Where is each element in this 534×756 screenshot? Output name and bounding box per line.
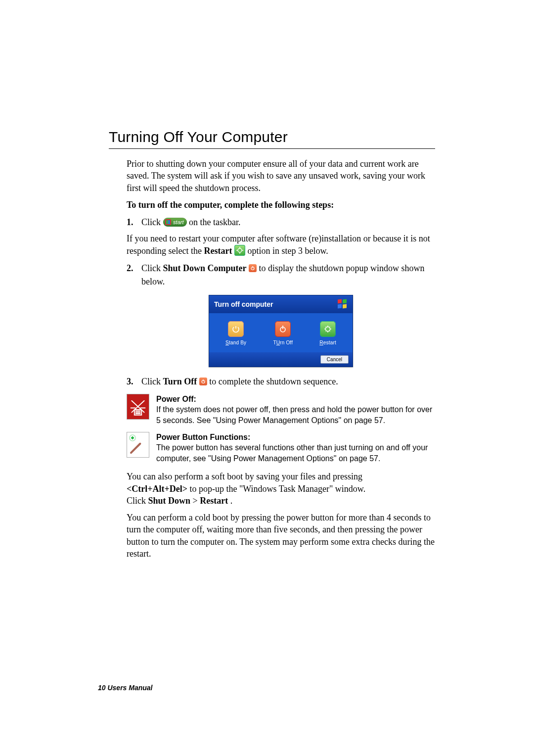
svg-point-5 bbox=[326, 327, 330, 331]
note-power-off: Power Off: If the system does not power … bbox=[127, 394, 435, 426]
restart-label: Restart bbox=[319, 340, 336, 345]
turnoff-icon bbox=[275, 321, 291, 337]
restart-option[interactable]: Restart bbox=[319, 321, 336, 345]
step-2-pre: Click bbox=[141, 263, 163, 273]
soft-boot-l2a: Click bbox=[127, 496, 148, 506]
windows-flag-icon bbox=[338, 299, 348, 309]
step-2-bold: Shut Down Computer bbox=[163, 263, 247, 273]
dialog-title-text: Turn off computer bbox=[214, 300, 273, 308]
step-3: 3. Click Turn Off to complete the shutdo… bbox=[127, 375, 435, 388]
note-power-off-body: If the system does not power off, then p… bbox=[156, 404, 435, 425]
turnoff-inline-icon bbox=[249, 264, 257, 272]
dialog-footer: Cancel bbox=[209, 352, 353, 367]
standby-label: Stand By bbox=[225, 340, 246, 345]
turnoff-label: TUrn Off bbox=[273, 340, 293, 345]
step-2-body: Click Shut Down Computer to display the … bbox=[141, 262, 435, 287]
step-1-post: on the taskbar. bbox=[189, 217, 240, 227]
step-3-pre: Click bbox=[141, 377, 163, 386]
step-1-body: Click start on the taskbar. bbox=[141, 216, 435, 229]
cancel-button[interactable]: Cancel bbox=[320, 355, 349, 364]
step-2-number: 2. bbox=[127, 262, 134, 287]
turnoff-step3-icon bbox=[199, 378, 207, 385]
title-rule bbox=[109, 148, 435, 149]
svg-point-0 bbox=[238, 248, 242, 252]
standby-icon bbox=[228, 321, 244, 337]
note-power-button-body: The power button has several functions o… bbox=[156, 442, 435, 464]
step-3-body: Click Turn Off to complete the shutdown … bbox=[141, 375, 435, 388]
dialog-body: Stand By TUrn Off Restart bbox=[209, 313, 353, 352]
page-title: Turning Off Your Computer bbox=[109, 129, 435, 145]
note-power-button: Power Button Functions: The power button… bbox=[127, 432, 435, 464]
restart-hint-post: option in step 3 below. bbox=[247, 246, 328, 256]
step-1: 1. Click start on the taskbar. bbox=[127, 216, 435, 229]
soft-boot-l1b: to pop-up the "Windows Task Manager" win… bbox=[190, 484, 366, 494]
soft-boot-paragraph: You can also perform a soft boot by savi… bbox=[127, 471, 435, 507]
soft-boot-l2b: . bbox=[230, 496, 233, 506]
intro-paragraph: Prior to shutting down your computer ens… bbox=[127, 158, 435, 194]
step-2: 2. Click Shut Down Computer to display t… bbox=[127, 262, 435, 287]
steps-heading: To turn off the computer, complete the f… bbox=[127, 199, 435, 211]
step-3-bold: Turn Off bbox=[163, 377, 197, 386]
menu-sep: > bbox=[193, 496, 200, 506]
start-button-icon: start bbox=[163, 218, 187, 227]
restart-icon bbox=[320, 321, 336, 337]
standby-option[interactable]: Stand By bbox=[225, 321, 246, 345]
tip-icon bbox=[127, 432, 149, 458]
turnoff-option[interactable]: TUrn Off bbox=[273, 321, 293, 345]
restart-inline-icon bbox=[234, 245, 245, 256]
start-button-label: start bbox=[163, 218, 187, 227]
step-1-number: 1. bbox=[127, 216, 134, 229]
soft-boot-l1a: You can also perform a soft boot by savi… bbox=[127, 472, 362, 481]
step-3-post: to complete the shutdown sequence. bbox=[209, 377, 338, 386]
warning-icon bbox=[127, 394, 149, 420]
body-content: Prior to shutting down your computer ens… bbox=[127, 158, 435, 560]
dialog-titlebar: Turn off computer bbox=[209, 295, 353, 313]
step-3-number: 3. bbox=[127, 375, 134, 388]
manual-page: Turning Off Your Computer Prior to shutt… bbox=[0, 0, 534, 756]
cold-boot-paragraph: You can perform a cold boot by pressing … bbox=[127, 512, 435, 560]
restart-hint-bold: Restart bbox=[204, 246, 232, 256]
page-footer: 10 Users Manual bbox=[98, 684, 153, 692]
menu-restart: Restart bbox=[200, 496, 228, 506]
step-1-pre: Click bbox=[141, 217, 163, 227]
turn-off-dialog: Turn off computer Stand By TUrn Off bbox=[209, 295, 353, 367]
note-power-off-text: Power Off: If the system does not power … bbox=[156, 394, 435, 426]
note-power-off-heading: Power Off: bbox=[156, 394, 435, 405]
menu-shutdown: Shut Down bbox=[148, 496, 191, 506]
restart-hint: If you need to restart your computer aft… bbox=[127, 233, 435, 257]
keyboard-shortcut: <Ctrl+Alt+Del> bbox=[127, 484, 187, 494]
note-power-button-text: Power Button Functions: The power button… bbox=[156, 432, 435, 464]
note-power-button-heading: Power Button Functions: bbox=[156, 432, 435, 443]
